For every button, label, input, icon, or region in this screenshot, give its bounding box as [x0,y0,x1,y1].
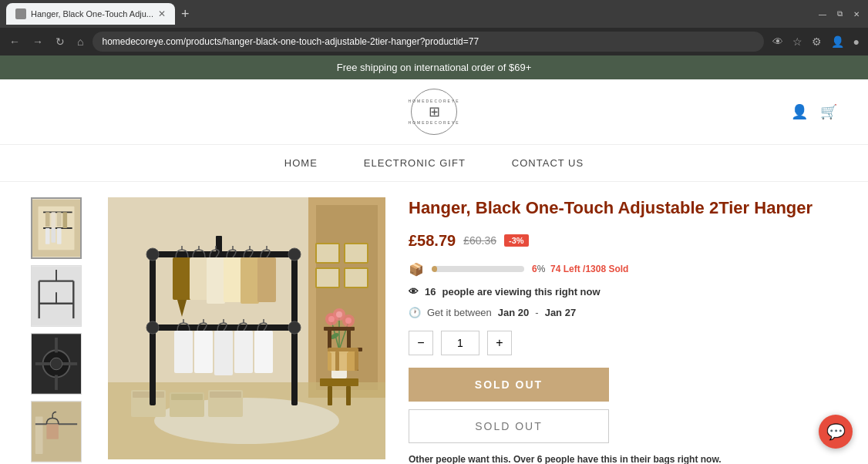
stock-icon: 📦 [409,262,424,277]
shopping-cart-icon[interactable]: 🛒 [820,103,837,120]
thumbnail-1[interactable] [31,197,82,259]
refresh-button[interactable]: ↻ [52,32,68,51]
svg-rect-93 [316,244,339,263]
thumbnail-4[interactable] [31,401,82,462]
stock-percent: 6 [532,264,537,274]
profile-icon[interactable]: ● [851,33,862,50]
svg-rect-94 [345,244,368,263]
minimize-button[interactable]: — [817,8,828,19]
stock-label: Left /1308 Sold [564,264,629,274]
nav-item-electronic-gift[interactable]: ELECTRONIC GIFT [364,157,466,169]
svg-rect-29 [46,424,59,439]
svg-point-53 [146,321,159,334]
svg-point-88 [345,318,352,324]
current-price: £58.79 [409,232,456,250]
extensions-icon[interactable]: ⚙ [809,33,824,50]
svg-rect-9 [51,228,56,243]
svg-rect-95 [316,268,339,287]
header-icons: 👤 🛒 [791,103,837,120]
delivery-date-2: Jan 27 [545,307,576,318]
delivery-date-1: Jan 20 [498,307,529,318]
logo-text-bottom: HOMEDECOREYE [408,120,459,125]
svg-rect-43 [171,394,203,400]
svg-rect-8 [45,228,50,244]
account-icon[interactable]: 👤 [829,33,846,50]
star-icon[interactable]: ☆ [790,33,805,50]
close-window-button[interactable]: ✕ [851,8,862,19]
user-account-icon[interactable]: 👤 [791,103,808,120]
logo-circle: HOMEDECOREYE ⊞ HOMEDECOREYE [411,89,457,135]
active-tab[interactable]: Hanger, Black One-Touch Adju... ✕ [6,3,175,25]
sold-out-button-secondary[interactable]: SOLD OUT [409,409,609,443]
product-section: Hanger, Black One-Touch Adjustable 2Tier… [0,182,868,464]
svg-rect-26 [35,417,43,454]
nav-item-home[interactable]: HOME [284,157,318,169]
svg-rect-46 [146,251,301,257]
svg-rect-77 [254,331,273,373]
svg-rect-75 [234,331,253,373]
window-controls: — ⧉ ✕ [817,8,862,19]
quantity-row: − + [409,331,837,355]
chat-button[interactable]: 💬 [819,415,853,449]
sold-out-label-1: SOLD OUT [475,378,543,391]
site-navigation: HOME ELECTRONIC GIFT CONTACT US [0,145,868,182]
viewers-row: 👁 16 people are viewing this right now [409,286,837,298]
svg-point-86 [336,311,342,318]
address-bar: ← → ↻ ⌂ 👁 ☆ ⚙ 👤 ● [0,28,868,55]
clock-icon: 🕐 [409,307,421,318]
home-button[interactable]: ⌂ [74,32,86,51]
svg-rect-69 [174,331,193,373]
svg-rect-103 [328,348,358,371]
new-tab-button[interactable]: + [178,6,193,22]
browser-tabs: Hanger, Black One-Touch Adju... ✕ + [6,3,812,25]
want-count: 6 [537,454,543,464]
product-thumbnails [31,197,85,464]
stock-progress-fill [432,266,437,272]
promo-banner: Free shipping on international order of … [0,55,868,79]
nav-item-contact-us[interactable]: CONTACT US [512,157,584,169]
stock-text: 6% 74 Left /1308 Sold [532,264,628,274]
forward-button[interactable]: → [29,32,46,51]
stock-row: 📦 6% 74 Left /1308 Sold [409,262,837,277]
product-illustration [108,197,385,459]
sold-out-label-2: SOLD OUT [475,420,543,432]
sold-out-button-primary[interactable]: SOLD OUT [409,368,609,402]
svg-rect-96 [345,268,368,287]
svg-rect-6 [57,212,62,227]
svg-rect-41 [133,392,164,398]
want-text: Other people want this. Over 6 people ha… [409,454,837,464]
tab-favicon [15,8,26,19]
svg-rect-4 [45,212,50,227]
svg-rect-7 [62,212,67,228]
viewers-text: people are viewing this right now [442,286,600,298]
svg-rect-45 [210,392,241,398]
tab-title: Hanger, Black One-Touch Adju... [31,9,153,18]
stock-left-count: 74 [550,264,560,274]
svg-rect-91 [328,386,332,405]
chat-icon: 💬 [826,422,846,441]
site-header: HOMEDECOREYE ⊞ HOMEDECOREYE 👤 🛒 [0,79,868,145]
restore-button[interactable]: ⧉ [834,8,845,19]
svg-rect-92 [346,386,351,405]
eye-off-icon[interactable]: 👁 [770,33,786,50]
quantity-input[interactable] [441,331,479,355]
stock-progress-bar [432,266,524,272]
delivery-dash: - [535,307,538,318]
thumbnail-2[interactable] [31,265,82,327]
svg-rect-59 [190,257,208,300]
delivery-row: 🕐 Get it between Jan 20 - Jan 27 [409,307,837,318]
quantity-increase-button[interactable]: + [487,331,512,355]
product-info: Hanger, Black One-Touch Adjustable 2Tier… [409,197,837,464]
quantity-decrease-button[interactable]: − [409,331,433,355]
svg-rect-65 [241,257,259,304]
url-input[interactable] [93,32,763,52]
svg-rect-61 [207,257,225,304]
discount-badge: -3% [504,234,529,247]
original-price: £60.36 [463,234,496,247]
back-button[interactable]: ← [6,32,23,51]
tab-close-button[interactable]: ✕ [158,8,166,19]
thumbnail-3[interactable] [31,333,82,395]
svg-rect-67 [257,257,276,302]
toolbar-icons: 👁 ☆ ⚙ 👤 ● [770,33,862,50]
logo[interactable]: HOMEDECOREYE ⊞ HOMEDECOREYE [411,89,457,135]
